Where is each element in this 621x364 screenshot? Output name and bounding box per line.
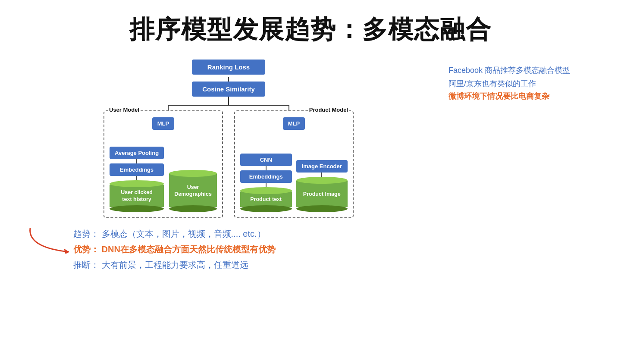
product-text-cylinder: Product text [240, 187, 292, 212]
product-model-box: Product Model MLP CNN Embeddings Produ [234, 110, 354, 218]
user-model-label: User Model [108, 107, 141, 113]
page-title: 排序模型发展趋势：多模态融合 [26, 13, 595, 47]
product-cnn-box: CNN [240, 154, 292, 166]
user-embeddings-box: Embeddings [110, 163, 164, 176]
annotation-orange-text: 微博环境下情况要比电商复杂 [448, 90, 595, 103]
annotation-blue-text: Facebook 商品推荐多模态融合模型 阿里/京东也有类似的工作 [448, 64, 595, 90]
user-mlp-box: MLP [152, 117, 174, 130]
product-image-cylinder: Product Image [296, 177, 348, 212]
product-embeddings-box: Embeddings [240, 170, 292, 183]
bottom-text-area: 趋势： 多模态（文本，图片，视频，音频.... etc.） 优势： DNN在多模… [73, 226, 276, 273]
curved-arrow-icon [26, 226, 73, 258]
annotation-area: Facebook 商品推荐多模态融合模型 阿里/京东也有类似的工作 微博环境下情… [448, 60, 595, 103]
user-demographics-cylinder: User Demographics [169, 170, 217, 213]
ranking-loss-box: Ranking Loss [192, 60, 265, 75]
product-mlp-box: MLP [283, 117, 305, 130]
image-encoder-box: Image Encoder [296, 160, 348, 173]
user-clicked-cylinder: User clicked text history [110, 180, 164, 213]
product-model-label: Product Model [308, 107, 349, 113]
user-model-box: User Model MLP Average Pooling Embedding… [104, 110, 223, 218]
user-avg-pooling-box: Average Pooling [110, 147, 164, 159]
cosine-similarity-box: Cosine Similarity [192, 82, 265, 97]
